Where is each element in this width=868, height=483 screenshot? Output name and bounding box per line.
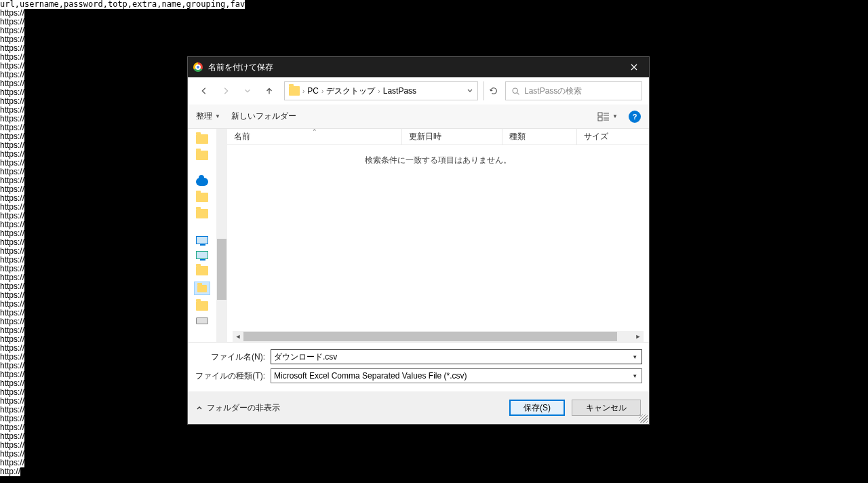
tree-folder-icon[interactable] — [196, 301, 208, 311]
dialog-title: 名前を付けて保存 — [208, 62, 618, 73]
tree-folder-icon[interactable] — [196, 151, 208, 160]
forward-button[interactable] — [216, 81, 235, 100]
chrome-icon — [193, 62, 203, 72]
chevron-right-icon: › — [302, 88, 304, 95]
hide-folders-toggle[interactable]: フォルダーの非表示 — [196, 402, 280, 414]
scroll-right-icon[interactable]: ► — [633, 331, 644, 342]
chevron-down-icon[interactable]: ▾ — [629, 351, 640, 362]
address-dropdown[interactable] — [467, 86, 473, 96]
sort-caret-icon: ⌃ — [312, 128, 317, 135]
search-input[interactable]: LastPassの検索 — [505, 81, 642, 100]
folder-tree[interactable] — [188, 129, 227, 342]
tree-folder-icon[interactable] — [196, 209, 208, 218]
save-as-dialog: 名前を付けて保存 › PC › デスクトップ › LastPass LastPa… — [187, 56, 650, 425]
tree-scrollbar[interactable] — [216, 129, 227, 342]
save-button[interactable]: 保存(S) — [509, 400, 565, 416]
view-icon — [597, 112, 610, 121]
chevron-down-icon[interactable]: ▾ — [629, 370, 640, 381]
filename-input[interactable]: ダウンロード.csv ▾ — [271, 349, 642, 364]
column-type[interactable]: 種類 — [502, 129, 577, 144]
column-size[interactable]: サイズ — [577, 129, 649, 144]
chevron-right-icon: › — [378, 88, 380, 95]
tree-item-icon[interactable] — [196, 251, 208, 259]
tree-folder-icon[interactable] — [196, 266, 208, 275]
search-icon — [511, 87, 520, 96]
scrollbar-thumb[interactable] — [243, 332, 617, 341]
chevron-up-icon — [196, 404, 203, 411]
help-button[interactable]: ? — [629, 111, 641, 123]
toolbar: 整理▼ 新しいフォルダー ▼ ? — [188, 104, 649, 129]
file-browser-body: ⌃名前 更新日時 種類 サイズ 検索条件に一致する項目はありません。 ◄ ► — [188, 129, 649, 343]
background-csv-header: url,username,password,totp,extra,name,gr… — [0, 0, 245, 9]
column-date[interactable]: 更新日時 — [402, 129, 502, 144]
filetype-select[interactable]: Microsoft Excel Comma Separated Values F… — [271, 368, 642, 383]
new-folder-button[interactable]: 新しいフォルダー — [231, 111, 296, 122]
chevron-right-icon: › — [321, 88, 323, 95]
dialog-footer: フォルダーの非表示 保存(S) キャンセル — [188, 391, 649, 424]
scrollbar-thumb[interactable] — [217, 239, 226, 300]
drive-icon[interactable] — [196, 317, 208, 324]
back-button[interactable] — [195, 81, 214, 100]
pc-icon[interactable] — [196, 236, 208, 244]
filetype-label: ファイルの種類(T): — [195, 370, 271, 382]
tree-folder-selected[interactable] — [195, 282, 210, 294]
close-icon — [631, 64, 637, 71]
navigation-row: › PC › デスクトップ › LastPass LastPassの検索 — [188, 77, 649, 104]
svg-rect-2 — [598, 117, 602, 121]
search-placeholder: LastPassの検索 — [524, 85, 582, 97]
empty-message: 検索条件に一致する項目はありません。 — [227, 145, 649, 176]
folder-icon — [289, 86, 300, 96]
breadcrumb-pc[interactable]: PC — [307, 86, 319, 96]
onedrive-icon[interactable] — [196, 178, 208, 186]
resize-grip[interactable] — [639, 414, 648, 423]
background-url-lines: https://https://https://https://https://… — [0, 9, 24, 476]
column-name[interactable]: ⌃名前 — [227, 129, 402, 144]
breadcrumb-folder[interactable]: LastPass — [383, 86, 416, 96]
organize-menu[interactable]: 整理▼ — [196, 111, 220, 122]
file-list: ⌃名前 更新日時 種類 サイズ 検索条件に一致する項目はありません。 ◄ ► — [227, 129, 649, 342]
svg-point-0 — [513, 88, 517, 93]
recent-dropdown[interactable] — [238, 81, 257, 100]
filename-label: ファイル名(N): — [195, 351, 271, 363]
horizontal-scrollbar[interactable]: ◄ ► — [233, 331, 644, 342]
tree-folder-icon[interactable] — [196, 193, 208, 202]
close-button[interactable] — [618, 57, 649, 77]
cancel-button[interactable]: キャンセル — [572, 400, 641, 416]
address-bar[interactable]: › PC › デスクトップ › LastPass — [284, 81, 478, 100]
svg-rect-1 — [598, 113, 602, 116]
file-inputs: ファイル名(N): ダウンロード.csv ▾ ファイルの種類(T): Micro… — [188, 343, 649, 391]
breadcrumb-desktop[interactable]: デスクトップ — [326, 85, 375, 97]
list-header: ⌃名前 更新日時 種類 サイズ — [227, 129, 649, 145]
up-button[interactable] — [260, 81, 279, 100]
tree-folder-icon[interactable] — [196, 134, 208, 144]
scroll-left-icon[interactable]: ◄ — [233, 331, 243, 342]
view-options[interactable]: ▼ — [597, 112, 618, 121]
refresh-button[interactable] — [484, 81, 502, 100]
titlebar: 名前を付けて保存 — [188, 57, 649, 77]
